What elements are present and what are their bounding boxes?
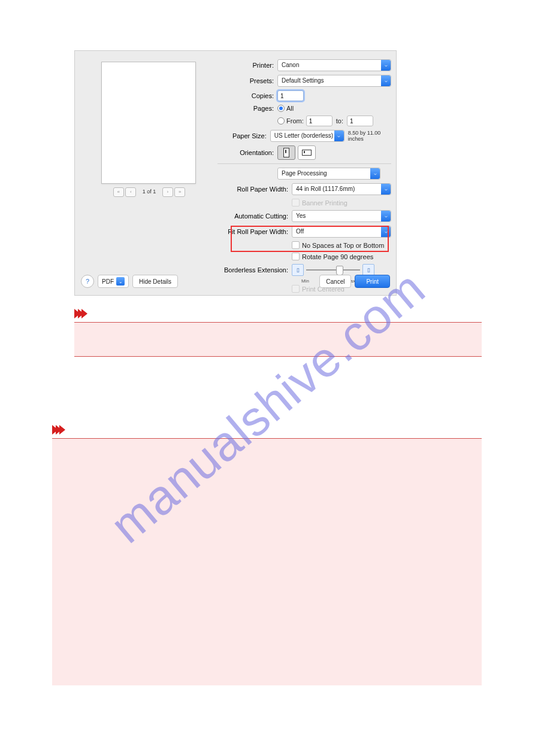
copies-input[interactable] — [277, 90, 304, 101]
nav-prev-button[interactable]: ‹ — [125, 187, 136, 197]
auto-cut-select[interactable]: Yes ⌵ — [292, 210, 391, 222]
chevron-down-icon: ⌵ — [381, 60, 391, 71]
fit-roll-select[interactable]: Off ⌵ — [292, 226, 391, 238]
presets-value: Default Settings — [282, 77, 324, 84]
slider-min-icon: ▯ — [292, 264, 304, 276]
fit-roll-label: Fit Roll Paper Width: — [217, 228, 292, 235]
cancel-button[interactable]: Cancel — [319, 275, 351, 288]
chevron-marker-icon — [52, 425, 63, 435]
print-dialog: « ‹ 1 of 1 › » Printer: Canon ⌵ Presets:… — [74, 50, 397, 296]
pages-all-radio[interactable] — [277, 105, 285, 112]
roll-width-value: 44 in Roll (1117.6mm) — [296, 186, 355, 192]
section-value: Page Processing — [282, 170, 327, 177]
paper-dim: 8.50 by 11.00 inches — [348, 130, 391, 142]
form-area: Printer: Canon ⌵ Presets: Default Settin… — [217, 59, 391, 296]
rotate-label: Rotate Page 90 degrees — [302, 253, 373, 260]
nav-last-button[interactable]: » — [174, 187, 185, 197]
paper-size-select[interactable]: US Letter (borderless) ⌵ — [270, 130, 344, 142]
slider-thumb[interactable] — [336, 266, 343, 275]
auto-cut-label: Automatic Cutting: — [217, 212, 292, 220]
roll-width-select[interactable]: 44 in Roll (1117.6mm) ⌵ — [292, 183, 391, 195]
page-nav: « ‹ 1 of 1 › » — [105, 187, 194, 197]
chevron-down-icon: ⌵ — [370, 168, 380, 179]
chevron-down-icon: ⌵ — [381, 75, 391, 86]
hide-details-button[interactable]: Hide Details — [132, 275, 178, 288]
orientation-label: Orientation: — [217, 149, 277, 156]
roll-width-label: Roll Paper Width: — [217, 186, 292, 193]
chevron-down-icon: ⌵ — [381, 226, 391, 237]
banner-label: Banner Printing — [302, 199, 347, 207]
note-box — [74, 322, 482, 357]
chevron-marker-icon — [74, 309, 85, 318]
chevron-down-icon: ⌄ — [116, 277, 125, 286]
help-button[interactable]: ? — [81, 275, 94, 288]
pdf-button[interactable]: PDF ⌄ — [98, 275, 129, 288]
borderless-ext-slider[interactable]: ▯ ▯ — [292, 264, 374, 276]
copies-label: Copies: — [217, 92, 277, 99]
section-select[interactable]: Page Processing ⌵ — [277, 168, 380, 180]
printer-label: Printer: — [217, 62, 277, 69]
borderless-ext-label: Borderless Extension: — [217, 266, 292, 274]
page-preview — [101, 62, 196, 184]
orientation-portrait-button[interactable] — [277, 145, 295, 160]
presets-select[interactable]: Default Settings ⌵ — [277, 75, 391, 87]
slider-track[interactable] — [306, 269, 360, 271]
banner-checkbox — [292, 199, 300, 207]
pages-label: Pages: — [217, 105, 277, 112]
page-counter: 1 of 1 — [143, 189, 156, 195]
print-button[interactable]: Print — [355, 275, 390, 288]
presets-label: Presets: — [217, 77, 277, 84]
printer-value: Canon — [282, 62, 299, 68]
chevron-down-icon: ⌵ — [381, 211, 391, 221]
nav-next-button[interactable]: › — [162, 187, 173, 197]
landscape-icon — [302, 150, 312, 156]
divider — [217, 163, 391, 164]
paper-size-label: Paper Size: — [217, 132, 270, 139]
nav-first-button[interactable]: « — [113, 187, 124, 197]
pages-from-radio[interactable] — [277, 117, 285, 125]
chevron-down-icon: ⌵ — [334, 130, 344, 141]
auto-cut-value: Yes — [296, 212, 306, 219]
no-spaces-checkbox[interactable] — [292, 241, 300, 249]
from-input[interactable] — [306, 116, 333, 126]
bottom-bar: ? PDF ⌄ Hide Details Cancel Print — [81, 275, 390, 288]
chevron-down-icon: ⌵ — [381, 184, 391, 195]
printer-select[interactable]: Canon ⌵ — [277, 59, 391, 71]
portrait-icon — [283, 148, 289, 157]
orientation-landscape-button[interactable] — [298, 145, 316, 160]
from-label: From: — [286, 117, 304, 125]
slider-max-icon: ▯ — [362, 264, 374, 276]
paper-size-value: US Letter (borderless) — [274, 132, 333, 139]
pdf-label: PDF — [102, 278, 114, 285]
to-input[interactable] — [347, 116, 373, 126]
note-box — [52, 438, 482, 685]
rotate-checkbox[interactable] — [292, 253, 300, 260]
to-label: to: — [336, 117, 343, 125]
no-spaces-label: No Spaces at Top or Bottom — [302, 242, 384, 249]
pages-all-label: All — [286, 105, 294, 112]
fit-roll-value: Off — [296, 228, 304, 235]
